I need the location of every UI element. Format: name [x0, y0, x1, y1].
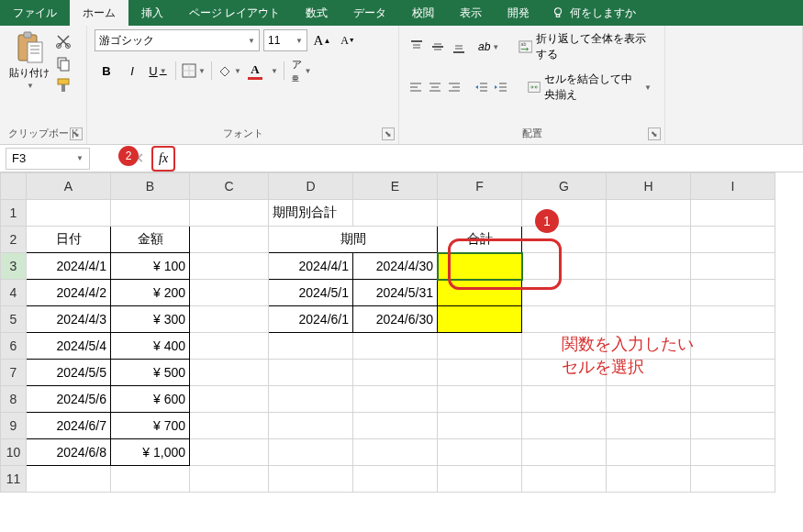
cell[interactable]: 2024/4/2 — [27, 280, 111, 306]
cell[interactable]: 2024/6/30 — [353, 306, 438, 333]
align-bottom-icon[interactable] — [449, 36, 468, 58]
cell[interactable]: ¥ 200 — [111, 280, 190, 306]
merge-center-button[interactable]: セルを結合して中央揃え▼ — [522, 70, 657, 105]
cell[interactable] — [438, 280, 522, 306]
tab-home[interactable]: ホーム — [70, 0, 128, 26]
merge-label: セルを結合して中央揃え — [544, 72, 639, 103]
cell[interactable]: 期間 — [269, 227, 438, 253]
row-header[interactable]: 10 — [1, 439, 27, 466]
increase-indent-icon[interactable] — [492, 76, 509, 98]
col-header[interactable]: A — [27, 173, 111, 200]
cell[interactable]: ¥ 400 — [111, 333, 190, 360]
underline-button[interactable]: U▼ — [146, 59, 170, 83]
row-header[interactable]: 7 — [1, 360, 27, 386]
col-header[interactable]: D — [269, 173, 353, 200]
tab-data[interactable]: データ — [340, 0, 399, 26]
name-box[interactable]: F3▼ — [6, 148, 90, 170]
cell[interactable]: ¥ 1,000 — [111, 439, 190, 466]
fill-color-button[interactable]: ▼ — [217, 59, 241, 83]
tab-page-layout[interactable]: ページ レイアウト — [176, 0, 293, 26]
tab-developer[interactable]: 開発 — [495, 0, 542, 26]
font-launcher[interactable]: ⬊ — [382, 127, 395, 140]
row-header[interactable]: 5 — [1, 306, 27, 333]
cell[interactable]: 2024/4/1 — [27, 253, 111, 280]
row-header[interactable]: 11 — [1, 466, 27, 493]
increase-font-icon[interactable]: A▲ — [311, 29, 333, 51]
cell[interactable]: 2024/5/31 — [353, 280, 438, 306]
annotation-badge-2: 2 — [118, 146, 139, 166]
col-header[interactable]: I — [691, 173, 775, 200]
cell[interactable]: 合計 — [438, 227, 522, 253]
row-header[interactable]: 4 — [1, 280, 27, 306]
worksheet: A B C D E F G H I 1 期間別合計 2 日付 金額 期間 合計 … — [0, 172, 803, 493]
decrease-font-icon[interactable]: A▼ — [337, 29, 359, 51]
col-header[interactable]: E — [353, 173, 438, 200]
tell-me[interactable]: 何をしますか — [552, 0, 636, 26]
row-header[interactable]: 2 — [1, 227, 27, 253]
alignment-launcher[interactable]: ⬊ — [648, 127, 661, 140]
svg-rect-4 — [28, 42, 42, 62]
group-font: 游ゴシック▼ 11▼ A▲ A▼ B I U▼ ▼ ▼ A▼ ア亜▼ フォント … — [87, 26, 399, 144]
cell[interactable]: 2024/5/4 — [27, 333, 111, 360]
cell[interactable] — [438, 306, 522, 333]
cell[interactable]: 2024/4/3 — [27, 306, 111, 333]
formula-input[interactable] — [186, 148, 803, 170]
cell[interactable]: 2024/6/7 — [27, 413, 111, 439]
tell-me-label: 何をしますか — [570, 6, 636, 21]
cell[interactable]: 期間別合計 — [269, 200, 353, 227]
tab-view[interactable]: 表示 — [447, 0, 495, 26]
cell[interactable]: ¥ 700 — [111, 413, 190, 439]
wrap-text-button[interactable]: ab 折り返して全体を表示する — [513, 29, 657, 64]
align-middle-icon[interactable] — [428, 36, 447, 58]
clipboard-launcher[interactable]: ⬊ — [70, 127, 83, 140]
paste-button[interactable]: 貼り付け ▼ — [7, 29, 51, 94]
tab-file[interactable]: ファイル — [0, 0, 70, 26]
tab-insert[interactable]: 挿入 — [128, 0, 176, 26]
col-header[interactable]: B — [111, 173, 190, 200]
decrease-indent-icon[interactable] — [473, 76, 490, 98]
svg-rect-13 — [61, 84, 65, 92]
col-header[interactable]: H — [607, 173, 691, 200]
cell[interactable]: 2024/4/30 — [353, 253, 438, 280]
row-header[interactable]: 3 — [1, 253, 27, 280]
font-name-select[interactable]: 游ゴシック▼ — [95, 29, 260, 51]
row-header[interactable]: 1 — [1, 200, 27, 227]
align-top-icon[interactable] — [407, 36, 426, 58]
tab-review[interactable]: 校閲 — [399, 0, 447, 26]
bold-button[interactable]: B — [95, 59, 118, 83]
align-left-icon[interactable] — [407, 76, 424, 98]
cell[interactable]: 日付 — [27, 227, 111, 253]
tab-formulas[interactable]: 数式 — [293, 0, 340, 26]
insert-function-button[interactable]: fx — [151, 146, 175, 172]
font-color-button[interactable]: A — [243, 59, 267, 83]
cell[interactable]: 2024/6/8 — [27, 439, 111, 466]
row-header[interactable]: 9 — [1, 413, 27, 439]
col-header[interactable]: F — [438, 173, 522, 200]
font-size-select[interactable]: 11▼ — [263, 29, 307, 51]
cell[interactable]: ¥ 100 — [111, 253, 190, 280]
cell[interactable]: ¥ 300 — [111, 306, 190, 333]
cell[interactable]: 2024/6/1 — [269, 306, 353, 333]
cell-selected[interactable] — [438, 253, 522, 280]
col-header[interactable]: G — [522, 173, 607, 200]
col-header[interactable]: C — [190, 173, 269, 200]
align-center-icon[interactable] — [426, 76, 443, 98]
orientation-button[interactable]: ab▼ — [478, 36, 499, 58]
cell[interactable]: 2024/5/1 — [269, 280, 353, 306]
row-header[interactable]: 8 — [1, 386, 27, 413]
phonetic-button[interactable]: ア亜▼ — [290, 59, 314, 83]
align-right-icon[interactable] — [446, 76, 463, 98]
cell[interactable]: ¥ 500 — [111, 360, 190, 386]
row-header[interactable]: 6 — [1, 333, 27, 360]
format-painter-icon[interactable] — [55, 77, 72, 94]
cell[interactable]: 2024/5/5 — [27, 360, 111, 386]
cell[interactable]: 2024/5/6 — [27, 386, 111, 413]
copy-icon[interactable] — [55, 55, 72, 72]
select-all-corner[interactable] — [1, 173, 27, 200]
italic-button[interactable]: I — [120, 59, 144, 83]
cell[interactable]: ¥ 600 — [111, 386, 190, 413]
cell[interactable]: 2024/4/1 — [269, 253, 353, 280]
cut-icon[interactable] — [55, 33, 72, 50]
borders-button[interactable]: ▼ — [182, 59, 206, 83]
cell[interactable]: 金額 — [111, 227, 190, 253]
